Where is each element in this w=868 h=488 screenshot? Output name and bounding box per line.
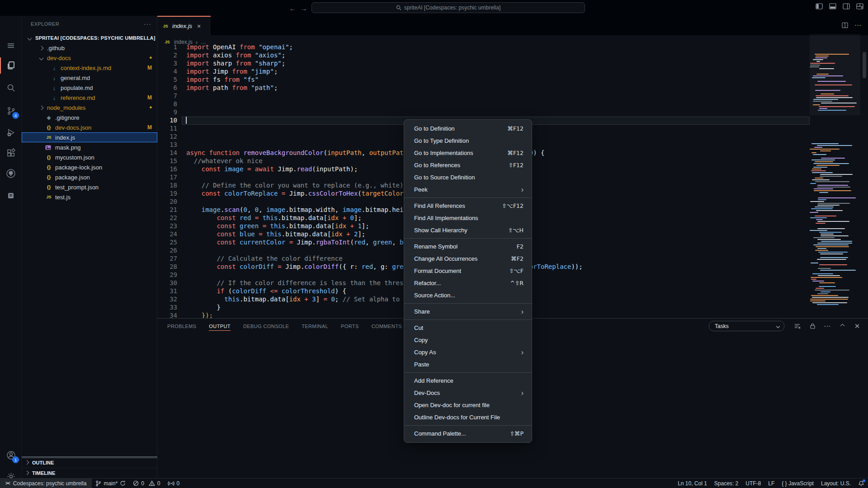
activity-github[interactable] (0, 164, 22, 183)
ports-indicator[interactable]: 0 (164, 479, 184, 488)
timeline-section[interactable]: TIMELINE (22, 468, 157, 478)
tree-item-general-md[interactable]: ↓general.md (22, 73, 157, 83)
branch-indicator[interactable]: main* (92, 479, 129, 488)
tree-item-mask-png[interactable]: mask.png (22, 142, 157, 152)
minimap-line (811, 295, 838, 296)
tree-root[interactable]: SPRITEAI [CODESPACES: PSYCHIC UMBRELLA] (22, 33, 157, 43)
panel-tab-debug-console[interactable]: DEBUG CONSOLE (243, 321, 289, 332)
code-line-5[interactable]: 5import fs from "fs" (157, 76, 868, 84)
customize-layout-icon[interactable] (856, 3, 863, 9)
menu-item-show-call-hierarchy[interactable]: Show Call Hierarchy⇧⌥H (404, 224, 532, 236)
panel-tab-terminal[interactable]: TERMINAL (302, 321, 328, 332)
menu-item-find-all-implementations[interactable]: Find All Implementations (404, 212, 532, 224)
remote-indicator[interactable]: >< Codespaces: psychic umbrella (0, 479, 92, 488)
activity-menu[interactable] (0, 36, 22, 56)
menu-item-source-action[interactable]: Source Action... (404, 289, 532, 301)
activity-account[interactable]: 1 (0, 445, 22, 465)
menu-item-rename-symbol[interactable]: Rename SymbolF2 (404, 240, 532, 253)
code-line-2[interactable]: 2import axios from "axios"; (157, 52, 868, 60)
code-line-8[interactable]: 8 (157, 100, 868, 108)
tree-item--github[interactable]: .github (22, 43, 157, 53)
status-cursor-position[interactable]: Ln 10, Col 1 (674, 479, 711, 488)
tree-item-node-modules[interactable]: node_modules• (22, 103, 157, 113)
panel-tab-ports[interactable]: PORTS (341, 321, 359, 332)
status-language-mode[interactable]: { } JavaScript (778, 479, 817, 488)
status-eol[interactable]: LF (764, 479, 778, 488)
menu-item-dev-docs[interactable]: Dev-Docs› (404, 387, 532, 399)
tree-item-package-json[interactable]: {}package.json (22, 172, 157, 182)
activity-extensions[interactable] (0, 143, 22, 163)
activity-dev-docs[interactable] (0, 186, 22, 206)
status-keyboard-layout[interactable]: Layout: U.S. (817, 479, 854, 488)
tree-item-dev-docs-json[interactable]: {}dev-docs.jsonM (22, 122, 157, 132)
menu-item-add-reference[interactable]: Add Reference (404, 375, 532, 387)
tree-item-dev-docs[interactable]: dev-docs• (22, 53, 157, 63)
activity-search[interactable] (0, 78, 22, 98)
close-panel-icon[interactable]: ✕ (853, 322, 862, 331)
menu-item-change-all-occurrences[interactable]: Change All Occurrences⌘F2 (404, 253, 532, 265)
tree-item-test-prompt-json[interactable]: {}test_prompt.json (22, 182, 157, 192)
tree-item-context-index-js-md[interactable]: ↓context-index.js.mdM (22, 63, 157, 73)
command-center[interactable]: spriteAI [Codespaces: psychic umbrella] (311, 2, 585, 13)
menu-item-paste[interactable]: Paste (404, 358, 532, 371)
tree-item-populate-md[interactable]: ↓populate.md (22, 83, 157, 93)
split-editor-icon[interactable] (842, 22, 848, 28)
maximize-panel-icon[interactable] (838, 322, 847, 331)
forward-icon[interactable]: → (299, 4, 308, 13)
code-line-3[interactable]: 3import sharp from "sharp"; (157, 60, 868, 68)
minimap[interactable] (810, 34, 860, 305)
tree-item-reference-md[interactable]: ↓reference.mdM (22, 93, 157, 103)
menu-item-copy-as[interactable]: Copy As› (404, 346, 532, 358)
explorer-more-icon[interactable]: ··· (144, 20, 151, 28)
outline-section[interactable]: OUTLINE (22, 457, 157, 467)
menu-item-format-document[interactable]: Format Document⇧⌥F (404, 265, 532, 277)
panel-tab-output[interactable]: OUTPUT (209, 321, 231, 332)
clear-output-icon[interactable] (793, 322, 802, 331)
code-line-4[interactable]: 4import Jimp from "jimp"; (157, 68, 868, 76)
menu-item-find-all-references[interactable]: Find All References⇧⌥F12 (404, 200, 532, 212)
menu-item-go-to-type-definition[interactable]: Go to Type Definition (404, 135, 532, 147)
tree-item-package-lock-json[interactable]: {}package-lock.json (22, 162, 157, 172)
code-line-6[interactable]: 6import path from "path"; (157, 84, 868, 92)
output-channel-dropdown[interactable]: Tasks (709, 321, 784, 331)
code-line-9[interactable]: 9 (157, 108, 868, 117)
menu-item-go-to-implementations[interactable]: Go to Implementations⌘F12 (404, 147, 532, 159)
panel-tab-problems[interactable]: PROBLEMS (167, 321, 196, 332)
lock-icon[interactable] (808, 322, 817, 331)
notifications-bell[interactable] (854, 479, 868, 488)
close-tab-icon[interactable]: × (197, 23, 201, 30)
menu-item-command-palette[interactable]: Command Palette...⇧⌘P (404, 427, 532, 440)
menu-item-outline-dev-docs-for-current-file[interactable]: Outline Dev-docs for Current File (404, 411, 532, 423)
activity-explorer[interactable] (0, 56, 22, 75)
editor-scrollbar[interactable] (863, 52, 866, 78)
code-line-1[interactable]: 1import OpenAI from "openai"; (157, 43, 868, 52)
menu-item-share[interactable]: Share› (404, 305, 532, 318)
minimap-line (817, 221, 849, 222)
code-line-7[interactable]: 7 (157, 92, 868, 100)
menu-item-refactor[interactable]: Refactor...^⇧R (404, 277, 532, 289)
back-icon[interactable]: ← (288, 4, 297, 13)
more-actions-icon[interactable]: ⋯ (854, 21, 862, 29)
toggle-sidebar-icon[interactable] (816, 3, 823, 9)
menu-item-go-to-references[interactable]: Go to References⇧F12 (404, 159, 532, 171)
tab-index-js[interactable]: JS index.js × (157, 16, 211, 35)
status-indentation[interactable]: Spaces: 2 (711, 479, 742, 488)
menu-item-cut[interactable]: Cut (404, 322, 532, 334)
status-encoding[interactable]: UTF-8 (742, 479, 764, 488)
tree-item-index-js[interactable]: JSindex.js (22, 132, 157, 142)
tree-item-test-js[interactable]: JStest.js (22, 192, 157, 202)
menu-item-go-to-definition[interactable]: Go to Definition⌘F12 (404, 122, 532, 135)
toggle-secondary-sidebar-icon[interactable] (843, 3, 850, 9)
menu-item-copy[interactable]: Copy (404, 334, 532, 346)
menu-item-go-to-source-definition[interactable]: Go to Source Definition (404, 171, 532, 183)
problems-indicator[interactable]: 0 0 (129, 479, 164, 488)
menu-item-open-dev-doc-for-current-file[interactable]: Open Dev-doc for current file (404, 399, 532, 411)
menu-item-peek[interactable]: Peek› (404, 183, 532, 196)
activity-run-debug[interactable] (0, 122, 22, 142)
tree-item-mycustom-json[interactable]: {}mycustom.json (22, 152, 157, 162)
panel-tab-comments[interactable]: COMMENTS (372, 321, 402, 332)
toggle-panel-icon[interactable] (829, 3, 836, 9)
tree-item--gitignore[interactable]: ◆.gitignore (22, 113, 157, 122)
activity-source-control[interactable]: 4 (0, 101, 22, 121)
more-icon[interactable]: ⋯ (823, 322, 832, 331)
